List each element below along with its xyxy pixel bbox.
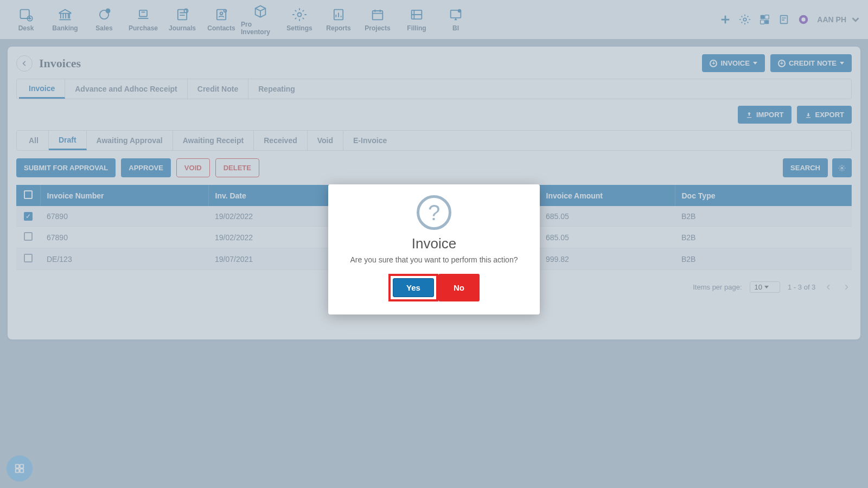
confirm-modal: ? Invoice Are you sure that you want to … bbox=[328, 184, 540, 314]
no-button[interactable]: No bbox=[438, 274, 480, 301]
yes-button[interactable]: Yes bbox=[393, 278, 434, 297]
question-icon: ? bbox=[417, 195, 451, 230]
modal-overlay: ? Invoice Are you sure that you want to … bbox=[0, 0, 868, 488]
modal-message: Are you sure that you want to perform th… bbox=[339, 255, 529, 264]
modal-buttons: Yes No bbox=[339, 274, 529, 301]
yes-highlight: Yes bbox=[388, 274, 438, 301]
modal-title: Invoice bbox=[339, 235, 529, 252]
